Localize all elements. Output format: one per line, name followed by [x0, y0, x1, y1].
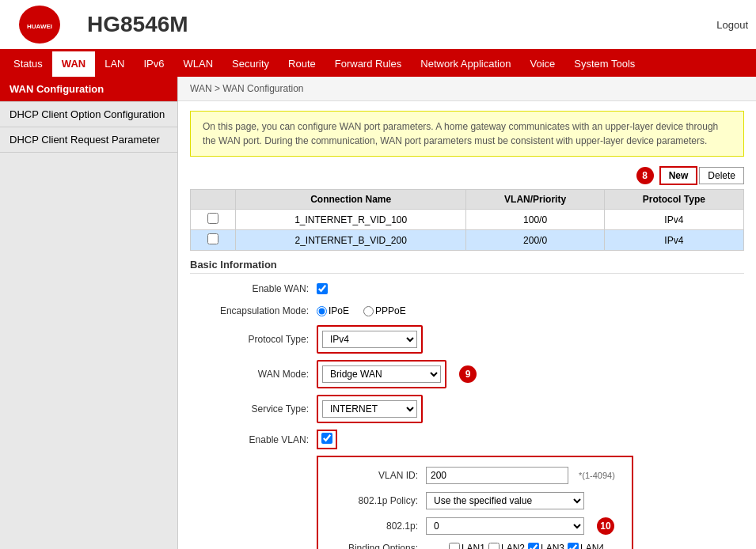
protocol-type-row: Protocol Type: IPv4	[190, 322, 744, 357]
binding-label: Binding Options:	[323, 543, 426, 549]
wan-table: Connection Name VLAN/Priority Protocol T…	[190, 189, 744, 251]
row1-checkbox[interactable]	[191, 210, 236, 230]
main-nav: Status WAN LAN IPv6 WLAN Security Route …	[0, 51, 756, 77]
nav-forward-rules[interactable]: Forward Rules	[325, 51, 412, 77]
nav-network-application[interactable]: Network Application	[411, 51, 520, 77]
lan4-check[interactable]	[568, 543, 579, 549]
nav-lan[interactable]: LAN	[95, 51, 134, 77]
ipoe-label: IPoE	[329, 305, 349, 316]
delete-button[interactable]: Delete	[699, 167, 744, 184]
protocol-type-select[interactable]: IPv4	[322, 331, 417, 348]
enable-wan-label: Enable WAN:	[190, 283, 317, 294]
policy-select[interactable]: Use the specified value Copy from inner …	[426, 492, 584, 509]
service-type-box: INTERNET	[317, 395, 423, 423]
service-type-row: Service Type: INTERNET	[190, 392, 744, 426]
row1-check[interactable]	[207, 213, 218, 224]
wan-mode-row: WAN Mode: Bridge WAN Route WAN 9	[190, 357, 744, 392]
dot1p-field: 0 1 2 10	[426, 517, 627, 535]
lan3-check[interactable]	[528, 543, 539, 549]
ipoe-radio[interactable]	[317, 306, 327, 316]
step-badge-10: 10	[597, 517, 614, 535]
row2-vlan: 200/0	[466, 230, 604, 251]
enable-vlan-label: Enable VLAN:	[190, 434, 317, 445]
pppoe-option[interactable]: PPPoE	[363, 305, 406, 316]
enable-vlan-field	[317, 430, 744, 449]
encapsulation-label: Encapsulation Mode:	[190, 305, 317, 316]
lan1-label: LAN1	[462, 543, 485, 549]
lan1-check[interactable]	[449, 543, 460, 549]
enable-vlan-checkbox[interactable]	[321, 433, 332, 444]
ipoe-option[interactable]: IPoE	[317, 305, 349, 316]
protocol-type-field: IPv4	[317, 325, 744, 354]
service-type-label: Service Type:	[190, 403, 317, 415]
table-row[interactable]: 2_INTERNET_B_VID_200 200/0 IPv4	[191, 230, 744, 251]
lan2-check[interactable]	[488, 543, 500, 549]
wan-mode-box: Bridge WAN Route WAN	[317, 360, 446, 388]
lan4-label: LAN4	[580, 543, 604, 549]
info-box: On this page, you can configure WAN port…	[190, 111, 744, 157]
step-badge-8: 8	[636, 167, 654, 184]
wan-mode-select[interactable]: Bridge WAN Route WAN	[322, 365, 441, 383]
binding-field: LAN1 LAN2 LAN3	[426, 543, 627, 549]
policy-row: 802.1p Policy: Use the specified value C…	[323, 489, 627, 513]
wan-mode-label: WAN Mode:	[190, 369, 317, 380]
pppoe-label: PPPoE	[375, 305, 406, 316]
main-content: WAN > WAN Configuration On this page, yo…	[178, 77, 756, 549]
row1-name: 1_INTERNET_R_VID_100	[235, 210, 466, 230]
enable-wan-field	[317, 283, 744, 294]
service-type-field: INTERNET	[317, 395, 744, 423]
nav-wlan[interactable]: WLAN	[174, 51, 223, 77]
breadcrumb: WAN > WAN Configuration	[178, 77, 756, 101]
col-vlan-priority: VLAN/Priority	[466, 190, 604, 210]
device-name: HG8546M	[71, 12, 716, 37]
vlan-id-row: VLAN ID: *(1-4094)	[323, 464, 627, 487]
row1-vlan: 100/0	[466, 210, 604, 230]
row1-protocol: IPv4	[604, 210, 743, 230]
table-row[interactable]: 1_INTERNET_R_VID_100 100/0 IPv4	[191, 210, 744, 230]
dot1p-label: 802.1p:	[323, 521, 426, 532]
enable-wan-checkbox[interactable]	[317, 283, 328, 294]
vlan-id-label: VLAN ID:	[323, 470, 426, 481]
sidebar-item-dhcp-option[interactable]: DHCP Client Option Configuration	[0, 102, 177, 127]
wan-mode-field: Bridge WAN Route WAN 9	[317, 360, 744, 388]
nav-status[interactable]: Status	[4, 51, 52, 77]
row2-check[interactable]	[207, 233, 218, 244]
col-connection-name: Connection Name	[235, 190, 466, 210]
service-type-select[interactable]: INTERNET	[322, 400, 417, 418]
enable-vlan-row: Enable VLAN:	[190, 426, 744, 452]
sidebar-item-wan-config[interactable]: WAN Configuration	[0, 77, 177, 102]
policy-field: Use the specified value Copy from inner …	[426, 492, 627, 509]
policy-label: 802.1p Policy:	[323, 495, 426, 506]
lan2-option[interactable]: LAN2	[488, 543, 525, 549]
protocol-type-box: IPv4	[317, 325, 423, 354]
col-protocol-type: Protocol Type	[604, 190, 743, 210]
form-section: Basic Information Enable WAN: Encapsulat…	[190, 259, 744, 549]
enable-wan-row: Enable WAN:	[190, 278, 744, 300]
enable-vlan-box	[317, 430, 337, 449]
nav-security[interactable]: Security	[222, 51, 279, 77]
logout-button[interactable]: Logout	[716, 19, 748, 31]
nav-system-tools[interactable]: System Tools	[564, 51, 644, 77]
wan-table-section: 8 New Delete Connection Name VLAN/Priori…	[190, 166, 744, 251]
lan3-option[interactable]: LAN3	[528, 543, 564, 549]
pppoe-radio[interactable]	[363, 306, 374, 316]
vlan-id-input[interactable]	[426, 467, 568, 484]
lan4-option[interactable]: LAN4	[568, 543, 604, 549]
new-button[interactable]: New	[659, 166, 698, 185]
binding-lan-row: LAN1 LAN2 LAN3	[449, 543, 604, 549]
col-checkbox	[191, 190, 236, 210]
dot1p-select[interactable]: 0 1 2	[426, 517, 584, 535]
encapsulation-field: IPoE PPPoE	[317, 305, 744, 316]
nav-voice[interactable]: Voice	[520, 51, 564, 77]
lan1-option[interactable]: LAN1	[449, 543, 485, 549]
encapsulation-row: Encapsulation Mode: IPoE PPPoE	[190, 300, 744, 322]
row2-checkbox[interactable]	[191, 230, 236, 251]
nav-wan[interactable]: WAN	[52, 51, 95, 77]
sidebar: WAN Configuration DHCP Client Option Con…	[0, 77, 178, 549]
lan2-label: LAN2	[501, 543, 525, 549]
nav-ipv6[interactable]: IPv6	[135, 51, 174, 77]
binding-row: Binding Options: LAN1 LAN2	[323, 540, 627, 549]
row2-name: 2_INTERNET_B_VID_200	[235, 230, 466, 251]
sidebar-item-dhcp-request[interactable]: DHCP Client Request Parameter	[0, 127, 177, 153]
nav-route[interactable]: Route	[279, 51, 325, 77]
